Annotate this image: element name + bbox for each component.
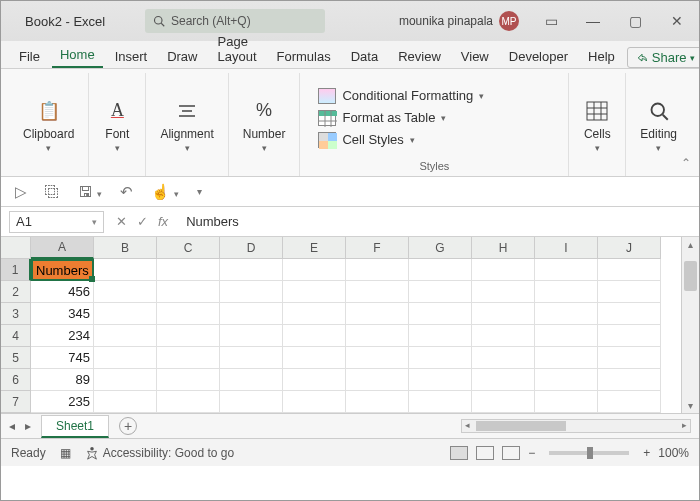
cell[interactable] (94, 259, 157, 281)
qat-save-icon[interactable]: 🖫 ▾ (78, 183, 102, 200)
qat-touch-icon[interactable]: ☝ ▾ (151, 183, 179, 201)
cell[interactable] (472, 391, 535, 413)
qat-customize-icon[interactable]: ▾ (197, 186, 202, 197)
cell[interactable] (346, 281, 409, 303)
cell[interactable] (535, 391, 598, 413)
cell[interactable] (283, 347, 346, 369)
add-sheet-button[interactable]: + (119, 417, 137, 435)
close-icon[interactable]: ✕ (663, 13, 691, 29)
accessibility-status[interactable]: Accessibility: Good to go (85, 446, 234, 460)
zoom-out-icon[interactable]: − (528, 446, 535, 460)
sheet-nav-prev-icon[interactable]: ◂ (9, 419, 15, 433)
cell[interactable]: 456 (31, 281, 94, 303)
cell[interactable] (157, 347, 220, 369)
cell[interactable] (94, 391, 157, 413)
cell[interactable] (157, 303, 220, 325)
number-button[interactable]: % Number ▾ (237, 93, 292, 157)
cell[interactable] (409, 391, 472, 413)
column-header[interactable]: G (409, 237, 472, 259)
cell[interactable] (283, 303, 346, 325)
collapse-ribbon-icon[interactable]: ⌃ (681, 156, 691, 170)
cell[interactable] (598, 347, 661, 369)
row-header[interactable]: 7 (1, 391, 31, 413)
scroll-right-icon[interactable]: ▸ (679, 420, 690, 430)
sheet-tab[interactable]: Sheet1 (41, 415, 109, 438)
cell[interactable] (472, 347, 535, 369)
column-header[interactable]: I (535, 237, 598, 259)
cell[interactable] (346, 369, 409, 391)
column-header[interactable]: J (598, 237, 661, 259)
font-button[interactable]: A Font ▾ (97, 93, 137, 157)
cell[interactable] (157, 391, 220, 413)
cell[interactable]: 89 (31, 369, 94, 391)
column-header[interactable]: H (472, 237, 535, 259)
scroll-down-icon[interactable]: ▾ (682, 400, 699, 411)
cell[interactable] (535, 303, 598, 325)
cell[interactable] (94, 369, 157, 391)
cell[interactable] (157, 259, 220, 281)
share-button[interactable]: Share ▾ (627, 47, 700, 68)
cell[interactable]: 235 (31, 391, 94, 413)
cell[interactable] (283, 391, 346, 413)
column-header[interactable]: D (220, 237, 283, 259)
cell[interactable] (346, 391, 409, 413)
cell[interactable] (220, 281, 283, 303)
cancel-icon[interactable]: ✕ (116, 214, 127, 229)
cell[interactable] (94, 281, 157, 303)
zoom-level[interactable]: 100% (658, 446, 689, 460)
macro-recorder-icon[interactable]: ▦ (60, 446, 71, 460)
cell[interactable] (598, 259, 661, 281)
cell[interactable] (220, 325, 283, 347)
tab-insert[interactable]: Insert (107, 45, 156, 68)
cell[interactable] (472, 259, 535, 281)
tab-draw[interactable]: Draw (159, 45, 205, 68)
conditional-formatting-button[interactable]: Conditional Formatting ▾ (318, 87, 484, 105)
cell[interactable] (472, 303, 535, 325)
zoom-in-icon[interactable]: + (643, 446, 650, 460)
name-box[interactable]: A1 ▾ (9, 211, 104, 233)
editing-button[interactable]: Editing ▾ (634, 93, 683, 157)
cell[interactable] (598, 303, 661, 325)
cell[interactable] (94, 303, 157, 325)
format-as-table-button[interactable]: Format as Table ▾ (318, 109, 484, 127)
column-header[interactable]: C (157, 237, 220, 259)
spreadsheet-grid[interactable]: A B C D E F G H I J 1 Numbers 2456 3345 … (1, 237, 699, 413)
scroll-left-icon[interactable]: ◂ (462, 420, 473, 430)
cell[interactable] (94, 347, 157, 369)
cell[interactable] (220, 369, 283, 391)
qat-undo-icon[interactable]: ↶ (120, 183, 133, 201)
column-header[interactable]: B (94, 237, 157, 259)
clipboard-button[interactable]: 📋 Clipboard ▾ (17, 93, 80, 157)
column-header[interactable]: F (346, 237, 409, 259)
cell[interactable]: 745 (31, 347, 94, 369)
normal-view-icon[interactable] (450, 446, 468, 460)
cell[interactable] (472, 369, 535, 391)
row-header[interactable]: 5 (1, 347, 31, 369)
cell[interactable] (598, 369, 661, 391)
cell[interactable] (220, 303, 283, 325)
minimize-icon[interactable]: — (579, 13, 607, 29)
cell[interactable] (535, 259, 598, 281)
select-all-corner[interactable] (1, 237, 31, 259)
row-header[interactable]: 1 (1, 259, 31, 281)
cell[interactable] (409, 281, 472, 303)
row-header[interactable]: 4 (1, 325, 31, 347)
column-header[interactable]: E (283, 237, 346, 259)
column-header[interactable]: A (31, 237, 94, 259)
tab-file[interactable]: File (11, 45, 48, 68)
ribbon-options-icon[interactable]: ▭ (537, 13, 565, 29)
cell-a1[interactable]: Numbers (31, 259, 94, 281)
cell[interactable] (409, 347, 472, 369)
cell[interactable] (346, 347, 409, 369)
cell[interactable] (283, 369, 346, 391)
cell[interactable] (598, 281, 661, 303)
cell[interactable] (220, 259, 283, 281)
cell[interactable] (220, 347, 283, 369)
tab-page-layout[interactable]: Page Layout (210, 30, 265, 68)
cell[interactable] (283, 259, 346, 281)
cell[interactable] (409, 303, 472, 325)
cell[interactable] (346, 259, 409, 281)
cell[interactable] (283, 281, 346, 303)
maximize-icon[interactable]: ▢ (621, 13, 649, 29)
scrollbar-thumb[interactable] (476, 421, 566, 431)
